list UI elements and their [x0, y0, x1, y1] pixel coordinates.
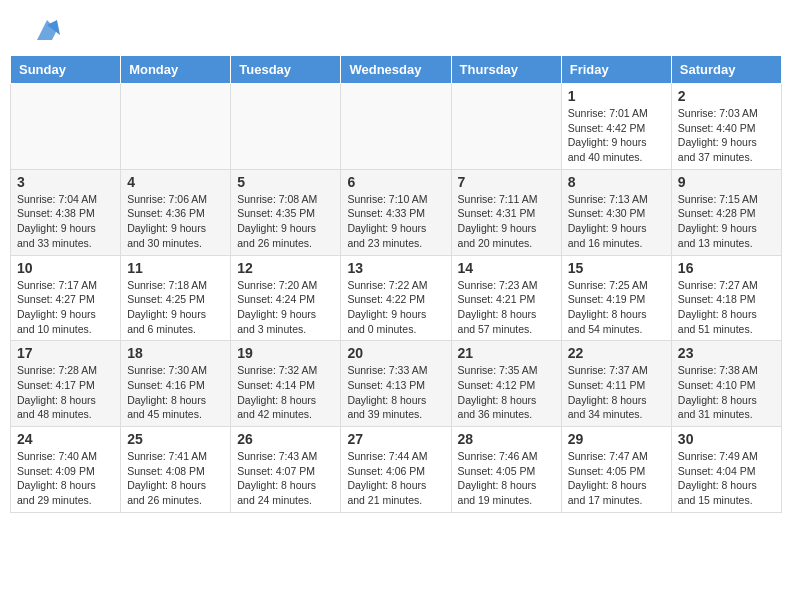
calendar-cell: [231, 84, 341, 170]
day-info: Sunrise: 7:23 AM Sunset: 4:21 PM Dayligh…: [458, 278, 555, 337]
day-number: 13: [347, 260, 444, 276]
calendar-week-row: 1Sunrise: 7:01 AM Sunset: 4:42 PM Daylig…: [11, 84, 782, 170]
day-info: Sunrise: 7:38 AM Sunset: 4:10 PM Dayligh…: [678, 363, 775, 422]
calendar-cell: 13Sunrise: 7:22 AM Sunset: 4:22 PM Dayli…: [341, 255, 451, 341]
day-info: Sunrise: 7:15 AM Sunset: 4:28 PM Dayligh…: [678, 192, 775, 251]
calendar-cell: 9Sunrise: 7:15 AM Sunset: 4:28 PM Daylig…: [671, 169, 781, 255]
day-number: 8: [568, 174, 665, 190]
calendar-cell: 25Sunrise: 7:41 AM Sunset: 4:08 PM Dayli…: [121, 427, 231, 513]
day-number: 28: [458, 431, 555, 447]
calendar-cell: [11, 84, 121, 170]
day-info: Sunrise: 7:04 AM Sunset: 4:38 PM Dayligh…: [17, 192, 114, 251]
day-info: Sunrise: 7:18 AM Sunset: 4:25 PM Dayligh…: [127, 278, 224, 337]
day-number: 11: [127, 260, 224, 276]
day-number: 20: [347, 345, 444, 361]
day-info: Sunrise: 7:30 AM Sunset: 4:16 PM Dayligh…: [127, 363, 224, 422]
calendar-cell: 16Sunrise: 7:27 AM Sunset: 4:18 PM Dayli…: [671, 255, 781, 341]
day-info: Sunrise: 7:08 AM Sunset: 4:35 PM Dayligh…: [237, 192, 334, 251]
day-info: Sunrise: 7:06 AM Sunset: 4:36 PM Dayligh…: [127, 192, 224, 251]
day-info: Sunrise: 7:28 AM Sunset: 4:17 PM Dayligh…: [17, 363, 114, 422]
day-info: Sunrise: 7:41 AM Sunset: 4:08 PM Dayligh…: [127, 449, 224, 508]
calendar-cell: 5Sunrise: 7:08 AM Sunset: 4:35 PM Daylig…: [231, 169, 341, 255]
day-number: 18: [127, 345, 224, 361]
day-number: 30: [678, 431, 775, 447]
calendar-cell: 8Sunrise: 7:13 AM Sunset: 4:30 PM Daylig…: [561, 169, 671, 255]
calendar-cell: 26Sunrise: 7:43 AM Sunset: 4:07 PM Dayli…: [231, 427, 341, 513]
calendar-header-sunday: Sunday: [11, 56, 121, 84]
day-number: 23: [678, 345, 775, 361]
calendar-cell: 6Sunrise: 7:10 AM Sunset: 4:33 PM Daylig…: [341, 169, 451, 255]
calendar-cell: 23Sunrise: 7:38 AM Sunset: 4:10 PM Dayli…: [671, 341, 781, 427]
logo: [30, 15, 62, 45]
day-info: Sunrise: 7:11 AM Sunset: 4:31 PM Dayligh…: [458, 192, 555, 251]
calendar-cell: 24Sunrise: 7:40 AM Sunset: 4:09 PM Dayli…: [11, 427, 121, 513]
day-number: 16: [678, 260, 775, 276]
day-info: Sunrise: 7:03 AM Sunset: 4:40 PM Dayligh…: [678, 106, 775, 165]
day-number: 4: [127, 174, 224, 190]
calendar-cell: 14Sunrise: 7:23 AM Sunset: 4:21 PM Dayli…: [451, 255, 561, 341]
calendar-header-friday: Friday: [561, 56, 671, 84]
calendar-header-saturday: Saturday: [671, 56, 781, 84]
day-info: Sunrise: 7:32 AM Sunset: 4:14 PM Dayligh…: [237, 363, 334, 422]
calendar-cell: 12Sunrise: 7:20 AM Sunset: 4:24 PM Dayli…: [231, 255, 341, 341]
day-number: 2: [678, 88, 775, 104]
day-info: Sunrise: 7:49 AM Sunset: 4:04 PM Dayligh…: [678, 449, 775, 508]
day-info: Sunrise: 7:35 AM Sunset: 4:12 PM Dayligh…: [458, 363, 555, 422]
day-info: Sunrise: 7:20 AM Sunset: 4:24 PM Dayligh…: [237, 278, 334, 337]
calendar-header-tuesday: Tuesday: [231, 56, 341, 84]
calendar-cell: 1Sunrise: 7:01 AM Sunset: 4:42 PM Daylig…: [561, 84, 671, 170]
calendar-cell: 17Sunrise: 7:28 AM Sunset: 4:17 PM Dayli…: [11, 341, 121, 427]
day-info: Sunrise: 7:33 AM Sunset: 4:13 PM Dayligh…: [347, 363, 444, 422]
day-info: Sunrise: 7:10 AM Sunset: 4:33 PM Dayligh…: [347, 192, 444, 251]
day-info: Sunrise: 7:47 AM Sunset: 4:05 PM Dayligh…: [568, 449, 665, 508]
day-number: 12: [237, 260, 334, 276]
day-number: 9: [678, 174, 775, 190]
calendar-cell: 27Sunrise: 7:44 AM Sunset: 4:06 PM Dayli…: [341, 427, 451, 513]
day-number: 17: [17, 345, 114, 361]
calendar-cell: 11Sunrise: 7:18 AM Sunset: 4:25 PM Dayli…: [121, 255, 231, 341]
day-number: 7: [458, 174, 555, 190]
calendar-cell: 28Sunrise: 7:46 AM Sunset: 4:05 PM Dayli…: [451, 427, 561, 513]
logo-icon: [32, 15, 62, 45]
calendar-header-row: SundayMondayTuesdayWednesdayThursdayFrid…: [11, 56, 782, 84]
calendar-cell: 2Sunrise: 7:03 AM Sunset: 4:40 PM Daylig…: [671, 84, 781, 170]
day-info: Sunrise: 7:43 AM Sunset: 4:07 PM Dayligh…: [237, 449, 334, 508]
calendar-cell: [451, 84, 561, 170]
calendar-cell: 15Sunrise: 7:25 AM Sunset: 4:19 PM Dayli…: [561, 255, 671, 341]
calendar-header-monday: Monday: [121, 56, 231, 84]
day-number: 25: [127, 431, 224, 447]
calendar-week-row: 17Sunrise: 7:28 AM Sunset: 4:17 PM Dayli…: [11, 341, 782, 427]
day-number: 19: [237, 345, 334, 361]
day-number: 5: [237, 174, 334, 190]
day-info: Sunrise: 7:44 AM Sunset: 4:06 PM Dayligh…: [347, 449, 444, 508]
calendar-cell: 4Sunrise: 7:06 AM Sunset: 4:36 PM Daylig…: [121, 169, 231, 255]
calendar-cell: 19Sunrise: 7:32 AM Sunset: 4:14 PM Dayli…: [231, 341, 341, 427]
calendar-cell: [341, 84, 451, 170]
calendar-table: SundayMondayTuesdayWednesdayThursdayFrid…: [10, 55, 782, 513]
day-info: Sunrise: 7:46 AM Sunset: 4:05 PM Dayligh…: [458, 449, 555, 508]
calendar-header-thursday: Thursday: [451, 56, 561, 84]
calendar-week-row: 10Sunrise: 7:17 AM Sunset: 4:27 PM Dayli…: [11, 255, 782, 341]
calendar-week-row: 3Sunrise: 7:04 AM Sunset: 4:38 PM Daylig…: [11, 169, 782, 255]
day-number: 26: [237, 431, 334, 447]
day-number: 15: [568, 260, 665, 276]
day-number: 29: [568, 431, 665, 447]
day-info: Sunrise: 7:27 AM Sunset: 4:18 PM Dayligh…: [678, 278, 775, 337]
calendar-cell: 21Sunrise: 7:35 AM Sunset: 4:12 PM Dayli…: [451, 341, 561, 427]
calendar-header-wednesday: Wednesday: [341, 56, 451, 84]
day-info: Sunrise: 7:22 AM Sunset: 4:22 PM Dayligh…: [347, 278, 444, 337]
calendar-cell: 30Sunrise: 7:49 AM Sunset: 4:04 PM Dayli…: [671, 427, 781, 513]
day-number: 21: [458, 345, 555, 361]
day-number: 10: [17, 260, 114, 276]
calendar-cell: 7Sunrise: 7:11 AM Sunset: 4:31 PM Daylig…: [451, 169, 561, 255]
calendar-cell: 18Sunrise: 7:30 AM Sunset: 4:16 PM Dayli…: [121, 341, 231, 427]
day-number: 6: [347, 174, 444, 190]
day-info: Sunrise: 7:37 AM Sunset: 4:11 PM Dayligh…: [568, 363, 665, 422]
calendar-cell: 20Sunrise: 7:33 AM Sunset: 4:13 PM Dayli…: [341, 341, 451, 427]
day-number: 22: [568, 345, 665, 361]
day-info: Sunrise: 7:01 AM Sunset: 4:42 PM Dayligh…: [568, 106, 665, 165]
calendar-cell: 29Sunrise: 7:47 AM Sunset: 4:05 PM Dayli…: [561, 427, 671, 513]
calendar-week-row: 24Sunrise: 7:40 AM Sunset: 4:09 PM Dayli…: [11, 427, 782, 513]
day-info: Sunrise: 7:25 AM Sunset: 4:19 PM Dayligh…: [568, 278, 665, 337]
day-info: Sunrise: 7:40 AM Sunset: 4:09 PM Dayligh…: [17, 449, 114, 508]
